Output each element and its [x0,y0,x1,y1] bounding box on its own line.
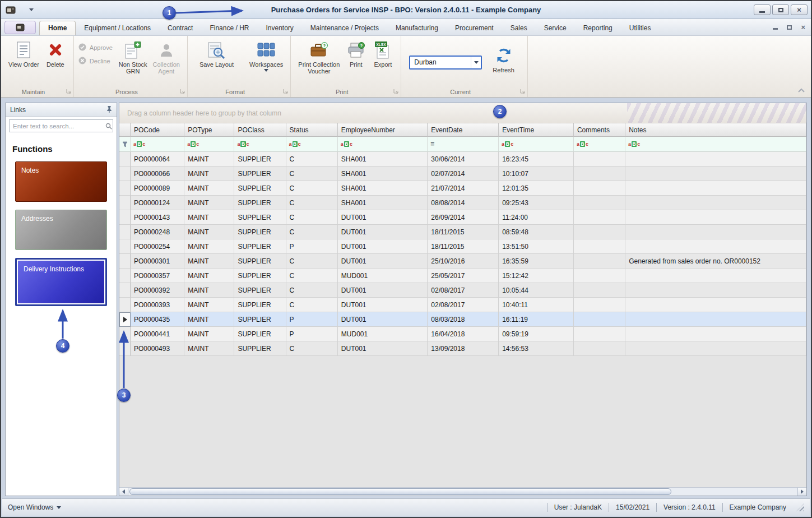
group-by-hint-text: Drag a column header here to group by th… [127,109,281,117]
table-row-PO0000066[interactable]: PO0000066MAINTSUPPLIERCSHA00102/07/20141… [119,166,806,181]
status-company: Example Company [723,503,793,511]
save-layout-button[interactable]: Save Layout [197,39,236,70]
column-header-employeenumber[interactable]: EmployeeNumber [338,123,428,137]
doc-close-icon[interactable]: × [801,24,805,31]
site-combobox[interactable]: Durban [409,55,482,70]
decline-button[interactable]: Decline [78,57,113,66]
scroll-right-button[interactable] [797,488,806,496]
quick-access-caret-icon[interactable] [29,8,34,11]
search-icon[interactable] [103,123,115,130]
cell-status: C [286,283,338,298]
table-row-PO0000248[interactable]: PO0000248MAINTSUPPLIERCDUT00118/11/20150… [119,225,806,239]
table-row-PO0000393[interactable]: PO0000393MAINTSUPPLIERCDUT00102/08/20171… [119,298,806,312]
filter-cell-employeenumber[interactable]: aBc [338,137,428,151]
group-by-panel[interactable]: Drag a column header here to group by th… [119,103,806,123]
column-header-potype[interactable]: POType [184,123,234,137]
table-row-PO0000089[interactable]: PO0000089MAINTSUPPLIERCSHA00121/07/20141… [119,181,806,196]
tab-finance-hr[interactable]: Finance / HR [201,21,257,35]
column-header-comments[interactable]: Comments [574,123,625,137]
site-combobox-dropdown-button[interactable] [471,57,481,68]
doc-minimize-icon[interactable] [773,28,778,30]
print-collection-voucher-button[interactable]: ? Print Collection Voucher [295,39,342,77]
refresh-button[interactable]: Refresh [490,44,517,76]
maintain-dialog-launcher-icon[interactable] [66,87,71,95]
current-dialog-launcher-icon[interactable] [520,87,525,95]
tab-home[interactable]: Home [39,21,76,35]
print-button[interactable]: ? Print [342,39,369,70]
open-windows-button[interactable]: Open Windows [8,503,61,511]
scrollbar-track[interactable] [128,488,797,496]
cell-eventtime: 13:51:50 [499,239,574,254]
filter-cell-comments[interactable]: aBc [574,137,625,151]
scrollbar-thumb[interactable] [129,488,671,495]
search-input[interactable] [10,123,103,130]
print-dialog-launcher-icon[interactable] [393,87,398,95]
filter-cell-poclass[interactable]: aBc [234,137,286,151]
workspaces-button[interactable]: Workspaces [247,39,286,74]
addresses-function-button[interactable]: Addresses [15,210,107,250]
delivery-instructions-function-button[interactable]: Delivery Instructions [15,258,107,306]
cell-eventtime: 16:23:45 [499,152,574,166]
tab-utilities[interactable]: Utilities [621,21,660,35]
tab-reporting[interactable]: Reporting [575,21,621,35]
filter-cell-notes[interactable]: aBc [625,137,806,151]
filter-cell-eventdate[interactable]: = [428,137,499,151]
pin-icon[interactable] [106,105,112,114]
abc-filter-icon: aBc [341,141,352,147]
tab-maintenance-projects[interactable]: Maintenance / Projects [302,21,387,35]
table-row-PO0000064[interactable]: PO0000064MAINTSUPPLIERCSHA00130/06/20141… [119,152,806,166]
table-row-PO0000493[interactable]: PO0000493MAINTSUPPLIERCDUT00113/09/20181… [119,341,806,356]
table-row-PO0000143[interactable]: PO0000143MAINTSUPPLIERCDUT00126/09/20141… [119,210,806,225]
filter-cell-pocode[interactable]: aBc [131,137,184,151]
format-dialog-launcher-icon[interactable] [283,87,288,95]
table-row-PO0000301[interactable]: PO0000301MAINTSUPPLIERCDUT00125/10/20161… [119,254,806,269]
filter-cell-potype[interactable]: aBc [184,137,234,151]
table-row-PO0000435[interactable]: PO0000435MAINTSUPPLIERPDUT00108/03/20181… [119,312,806,327]
filter-cell-eventtime[interactable]: aBc [499,137,574,151]
print-icon: ? [347,41,365,59]
view-order-button[interactable]: View Order [6,39,42,70]
delete-button[interactable]: Delete [42,39,69,70]
table-row-PO0000254[interactable]: PO0000254MAINTSUPPLIERPDUT00118/11/20151… [119,239,806,254]
scroll-right-icon [801,489,804,494]
column-header-status[interactable]: Status [286,123,338,137]
filter-cell-status[interactable]: aBc [286,137,338,151]
tab-contract[interactable]: Contract [159,21,201,35]
collapse-ribbon-icon[interactable] [797,87,805,95]
cell-eventdate: 08/08/2014 [428,196,499,210]
table-row-PO0000124[interactable]: PO0000124MAINTSUPPLIERCSHA00108/08/20140… [119,196,806,210]
application-menu-button[interactable] [4,21,36,34]
minimize-button[interactable] [754,4,771,15]
export-button[interactable]: XLSX Export [369,39,396,70]
cell-employeenumber: SHA001 [338,152,428,166]
process-dialog-launcher-icon[interactable] [180,87,185,95]
doc-restore-icon[interactable] [787,25,792,30]
tab-manufacturing[interactable]: Manufacturing [387,21,447,35]
abc-filter-icon: aBc [628,141,640,147]
notes-function-button[interactable]: Notes [15,161,107,202]
tab-equipment-locations[interactable]: Equipment / Locations [76,21,159,35]
column-header-eventdate[interactable]: EventDate [428,123,499,137]
ribbon-tabs: HomeEquipment / LocationsContractFinance… [39,19,659,35]
tab-procurement[interactable]: Procurement [447,21,502,35]
maximize-button[interactable] [772,4,789,15]
tab-inventory[interactable]: Inventory [257,21,301,35]
resize-grip[interactable] [796,503,804,511]
app-logo-icon[interactable] [4,5,17,15]
table-row-PO0000357[interactable]: PO0000357MAINTSUPPLIERCMUD00125/05/20171… [119,269,806,283]
cell-pocode: PO0000357 [131,269,184,283]
collection-agent-button[interactable]: Collection Agent [150,39,183,77]
non-stock-grn-button[interactable]: Non Stock GRN [116,39,150,77]
tab-sales[interactable]: Sales [502,21,536,35]
column-header-notes[interactable]: Notes [625,123,806,137]
table-row-PO0000441[interactable]: PO0000441MAINTSUPPLIERPMUD00116/04/20180… [119,327,806,341]
tab-service[interactable]: Service [536,21,575,35]
approve-button[interactable]: Approve [78,43,113,52]
horizontal-scrollbar[interactable] [119,487,806,496]
close-button[interactable]: × [791,4,808,15]
scroll-left-button[interactable] [119,488,128,496]
column-header-poclass[interactable]: POClass [234,123,286,137]
column-header-pocode[interactable]: POCode [131,123,184,137]
column-header-eventtime[interactable]: EventTime [499,123,574,137]
table-row-PO0000392[interactable]: PO0000392MAINTSUPPLIERCDUT00102/08/20171… [119,283,806,298]
